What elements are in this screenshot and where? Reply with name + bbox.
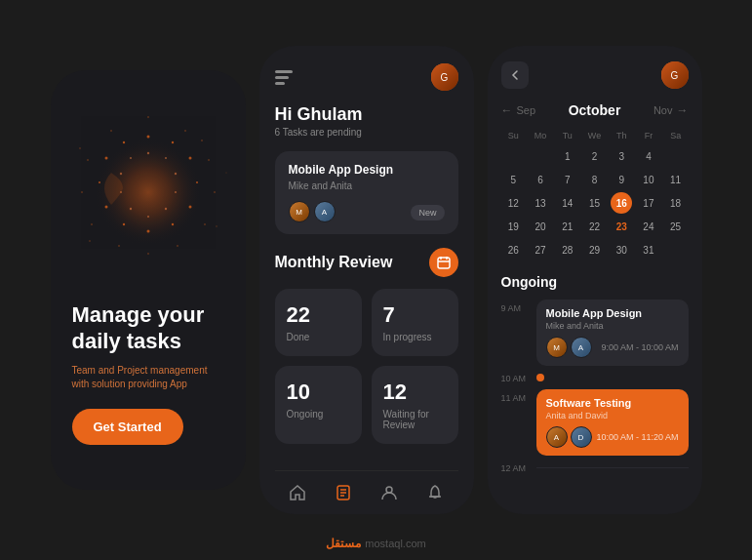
cal-day-5[interactable]: 5 xyxy=(502,169,524,190)
back-button[interactable] xyxy=(501,61,529,89)
event-members-1: Mike and Anita xyxy=(546,321,679,331)
nav-home[interactable] xyxy=(288,483,307,502)
menu-icon[interactable] xyxy=(275,70,293,85)
event-mobile-app[interactable]: Mobile App Design Mike and Anita M A 9:0… xyxy=(536,300,689,366)
cal-day-2[interactable]: 2 xyxy=(583,145,605,167)
event-av2: A xyxy=(571,337,592,358)
svg-point-23 xyxy=(147,116,149,118)
cal-day-15[interactable]: 15 xyxy=(583,192,605,214)
day-we: We xyxy=(582,128,608,143)
svg-point-34 xyxy=(110,130,112,132)
splash-text: Manage your daily tasks Team and Project… xyxy=(51,302,246,445)
svg-point-26 xyxy=(214,191,216,193)
event-avatars-2: A D xyxy=(546,426,592,448)
get-started-button[interactable]: Get Started xyxy=(72,409,183,445)
cal-empty xyxy=(665,145,687,167)
svg-point-48 xyxy=(386,487,392,493)
monthly-review-btn[interactable] xyxy=(429,248,458,277)
event-software-testing[interactable]: Software Testing Anita and David A D 10:… xyxy=(536,389,689,456)
next-nav[interactable]: Nov → xyxy=(653,103,689,117)
svg-point-31 xyxy=(91,223,93,225)
cal-day-4[interactable]: 4 xyxy=(638,145,659,167)
stat-inprogress-label: In progress xyxy=(383,332,432,342)
stat-inprogress: 7 In progress xyxy=(372,289,458,356)
cal-day-24[interactable]: 24 xyxy=(638,216,659,237)
event-av1: M xyxy=(546,337,568,358)
day-th: Th xyxy=(609,128,634,143)
cal-day-31[interactable]: 31 xyxy=(638,239,659,260)
cal-day-18[interactable]: 18 xyxy=(665,192,687,214)
svg-rect-40 xyxy=(438,258,450,268)
user-avatar[interactable]: G xyxy=(431,63,458,91)
cal-day-12[interactable]: 12 xyxy=(502,192,524,214)
event-av4: D xyxy=(571,426,592,448)
stat-done-number: 22 xyxy=(287,302,310,328)
stat-ongoing-label: Ongoing xyxy=(287,409,324,420)
svg-point-29 xyxy=(147,253,149,255)
time-row-11am: 11 AM Software Testing Anita and David A… xyxy=(501,389,689,456)
svg-point-36 xyxy=(89,240,91,242)
cal-day-21[interactable]: 21 xyxy=(557,216,578,237)
event-title-2: Software Testing xyxy=(546,397,679,409)
tasks-pending-text: 6 Tasks are pending xyxy=(275,127,458,138)
svg-point-15 xyxy=(174,173,176,175)
cal-day-27[interactable]: 27 xyxy=(530,239,551,260)
prev-nav[interactable]: ← Sep xyxy=(501,103,536,117)
svg-point-11 xyxy=(104,157,107,160)
cal-day-26[interactable]: 26 xyxy=(502,239,524,260)
cal-day-25[interactable]: 25 xyxy=(665,216,687,237)
svg-point-35 xyxy=(201,140,203,141)
avatar-image-cal: G xyxy=(661,61,689,89)
svg-point-2 xyxy=(171,141,173,143)
week-5: 26 27 28 29 30 31 xyxy=(501,239,689,260)
day-tu: Tu xyxy=(555,128,580,143)
cal-day-23[interactable]: 23 xyxy=(611,216,632,237)
event-time-1: 9:00 AM - 10:00 AM xyxy=(601,342,678,352)
event-avatars-1: M A xyxy=(546,337,592,358)
svg-point-13 xyxy=(146,152,148,154)
cal-day-8[interactable]: 8 xyxy=(583,169,605,190)
week-4: 19 20 21 22 23 24 25 xyxy=(501,216,689,237)
cal-day-29[interactable]: 29 xyxy=(583,239,605,260)
time-9am: 9 AM xyxy=(501,300,529,313)
cal-day-9[interactable]: 9 xyxy=(611,169,632,190)
cal-day-6[interactable]: 6 xyxy=(530,169,551,190)
nav-tasks[interactable] xyxy=(334,483,353,502)
cal-empty xyxy=(665,239,687,260)
ongoing-title: Ongoing xyxy=(501,274,689,290)
day-su: Su xyxy=(501,128,527,143)
svg-point-16 xyxy=(175,191,177,193)
avatar-anita: A xyxy=(314,201,336,222)
stat-waiting-number: 12 xyxy=(383,380,407,405)
svg-point-24 xyxy=(184,130,186,132)
nav-notifications[interactable] xyxy=(425,483,445,502)
nav-profile[interactable] xyxy=(379,483,399,502)
timeline-dot xyxy=(536,374,544,381)
task-card-title: Mobile App Design xyxy=(289,163,445,177)
cal-day-1[interactable]: 1 xyxy=(557,145,578,167)
cal-day-28[interactable]: 28 xyxy=(557,239,578,260)
cal-day-7[interactable]: 7 xyxy=(557,169,578,190)
svg-point-7 xyxy=(146,230,149,233)
watermark: مستقل mostaql.com xyxy=(326,537,425,550)
cal-day-30[interactable]: 30 xyxy=(611,239,632,260)
svg-point-33 xyxy=(87,159,89,161)
cal-day-19[interactable]: 19 xyxy=(502,216,524,237)
task-card-mobile[interactable]: Mobile App Design Mike and Anita M A New xyxy=(275,151,458,234)
cal-day-10[interactable]: 10 xyxy=(638,169,659,190)
cal-day-3[interactable]: 3 xyxy=(611,145,632,167)
svg-point-12 xyxy=(122,141,124,143)
cal-day-17[interactable]: 17 xyxy=(638,192,659,214)
user-avatar-cal[interactable]: G xyxy=(661,61,689,89)
cal-day-16-today[interactable]: 16 xyxy=(611,192,632,214)
cal-day-13[interactable]: 13 xyxy=(530,192,551,214)
cal-empty xyxy=(502,145,524,167)
stat-done-label: Done xyxy=(287,332,310,342)
cal-day-22[interactable]: 22 xyxy=(583,216,605,237)
svg-point-10 xyxy=(99,181,100,183)
watermark-url: mostaql.com xyxy=(365,538,425,549)
cal-day-20[interactable]: 20 xyxy=(530,216,551,237)
cal-day-11[interactable]: 11 xyxy=(665,169,687,190)
svg-point-4 xyxy=(196,181,198,183)
cal-day-14[interactable]: 14 xyxy=(557,192,578,214)
